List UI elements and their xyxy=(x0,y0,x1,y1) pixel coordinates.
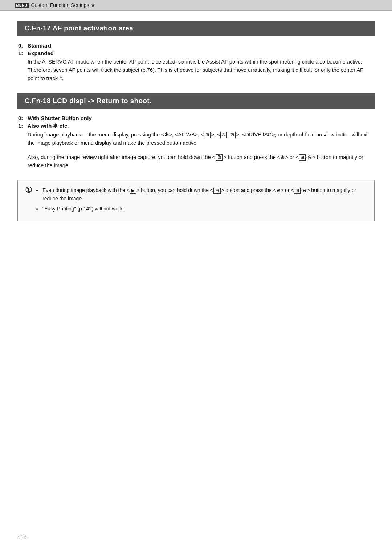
note-item-1: Even during image playback with the <▶> … xyxy=(36,186,367,203)
note-items: Even during image playback with the <▶> … xyxy=(36,186,367,215)
note-item-2: "Easy Printing" (p.142) will not work. xyxy=(36,205,367,213)
cfn18-option1: 1: Also with ✱ etc. xyxy=(18,123,375,129)
cfn17-header: C.Fn-17 AF point activation area xyxy=(17,21,375,36)
option-num: 0: xyxy=(18,115,26,121)
note-box: ① Even during image playback with the <▶… xyxy=(17,180,375,221)
option-num: 0: xyxy=(18,42,26,49)
main-content: C.Fn-17 AF point activation area 0: Stan… xyxy=(0,11,392,238)
page-wrapper: MENU Custom Function Settings ★ C.Fn-17 … xyxy=(0,0,392,552)
cfn18-section: C.Fn-18 LCD displ -> Return to shoot. 0:… xyxy=(17,93,375,170)
cfn18-option1-desc-part2: Also, during the image review right afte… xyxy=(28,153,375,170)
cfn17-option0: 0: Standard xyxy=(18,42,375,49)
option-num: 1: xyxy=(18,123,26,129)
menu-icon: MENU xyxy=(15,3,29,8)
cfn17-option1-desc: In the AI SERVO AF mode when the center … xyxy=(28,58,375,83)
cfn17-section: C.Fn-17 AF point activation area 0: Stan… xyxy=(17,21,375,83)
cfn18-header: C.Fn-18 LCD displ -> Return to shoot. xyxy=(17,93,375,109)
page-number: 160 xyxy=(17,534,26,540)
top-header: MENU Custom Function Settings ★ xyxy=(0,0,392,11)
option-label-text: Also with ✱ etc. xyxy=(28,123,69,129)
cfn17-option1: 1: Expanded xyxy=(18,50,375,56)
option-num: 1: xyxy=(18,50,26,56)
breadcrumb: Custom Function Settings ★ xyxy=(31,2,95,8)
option-label-text: Expanded xyxy=(28,50,54,56)
option-label-text: Standard xyxy=(28,42,51,49)
option-label-text: With Shutter Button only xyxy=(28,115,92,121)
caution-icon: ① xyxy=(25,185,32,195)
note-box-content: ① Even during image playback with the <▶… xyxy=(25,186,367,215)
cfn18-option0: 0: With Shutter Button only xyxy=(18,115,375,121)
cfn18-option1-desc-part1: During image playback or the menu displa… xyxy=(28,131,375,147)
